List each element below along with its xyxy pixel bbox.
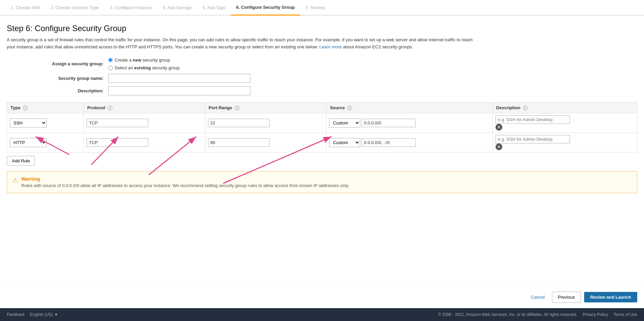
row2-remove-button[interactable]: ✕ [496, 143, 502, 150]
assign-label: Assign a security group: [41, 61, 108, 66]
col-protocol: Protocol i [84, 102, 205, 113]
row2-port-cell [205, 133, 326, 153]
row2-port-input[interactable] [208, 138, 270, 147]
warning-icon: ⚠ [13, 177, 18, 184]
row1-type-select[interactable]: SSH HTTP HTTPS Custom TCP [10, 118, 47, 128]
row2-source-input[interactable] [362, 138, 416, 147]
nav-step-3[interactable]: 3. Configure Instance [105, 0, 157, 15]
row1-type-cell: SSH HTTP HTTPS Custom TCP [7, 113, 84, 133]
row2-protocol-cell [84, 133, 205, 153]
row2-type-cell: HTTP SSH HTTPS Custom TCP [7, 133, 84, 153]
rules-section: Type i Protocol i Port Range i Source i [7, 102, 637, 193]
row1-protocol-cell [84, 113, 205, 133]
add-rule-button[interactable]: Add Rule [7, 156, 35, 166]
radio-existing-input[interactable] [108, 66, 113, 70]
col-source: Source i [326, 102, 492, 113]
sg-desc-row: Description: launch-wizard-3 created 202… [7, 86, 637, 95]
row2-source-select[interactable]: Custom Anywhere My IP [329, 138, 360, 147]
sg-desc-label: Description: [41, 88, 108, 93]
footer-left: Feedback English (US) ▼ [7, 312, 58, 317]
radio-existing-option[interactable]: Select an existing security group [108, 65, 180, 70]
review-launch-button[interactable]: Review and Launch [584, 292, 637, 302]
warning-text: Rules with source of 0.0.0.0/0 allow all… [21, 183, 349, 188]
desc-text-2: about Amazon EC2 security groups. [343, 44, 413, 49]
row2-source-cell: Custom Anywhere My IP [326, 133, 492, 153]
row1-source-select[interactable]: Custom Anywhere My IP [329, 118, 360, 128]
row1-desc-cell: ✕ [492, 113, 637, 133]
sg-name-input[interactable]: launch-wizard-3 [108, 74, 250, 83]
assign-section: Assign a security group: Create a new se… [7, 58, 637, 95]
type-info-icon: i [23, 106, 28, 110]
bottom-footer: Feedback English (US) ▼ © 2008 - 2021, A… [0, 308, 644, 321]
sg-name-row: Security group name: launch-wizard-3 [7, 74, 637, 83]
learn-more-link[interactable]: Learn more [319, 44, 342, 49]
row1-source-input[interactable] [362, 119, 416, 127]
cancel-button[interactable]: Cancel [527, 292, 549, 302]
table-row: SSH HTTP HTTPS Custom TCP [7, 113, 637, 133]
nav-step-1[interactable]: 1. Choose AMI [5, 0, 45, 15]
page-title: Step 6: Configure Security Group [7, 24, 637, 33]
nav-step-7[interactable]: 7. Review [300, 0, 330, 15]
privacy-policy-link[interactable]: Privacy Policy [583, 312, 608, 317]
row2-type-select[interactable]: HTTP SSH HTTPS Custom TCP [10, 138, 47, 147]
nav-step-2[interactable]: 2. Choose Instance Type [45, 0, 105, 15]
port-info-icon: i [235, 106, 239, 110]
terms-of-use-link[interactable]: Terms of Use [613, 312, 637, 317]
row1-source-cell: Custom Anywhere My IP [326, 113, 492, 133]
warning-box: ⚠ Warning Rules with source of 0.0.0.0/0… [7, 171, 637, 193]
row1-port-cell [205, 113, 326, 133]
desc-info-icon: i [523, 106, 528, 110]
page-description: A security group is a set of firewall ru… [7, 37, 480, 51]
assign-row: Assign a security group: Create a new se… [7, 58, 637, 70]
wizard-nav: 1. Choose AMI 2. Choose Instance Type 3.… [0, 0, 644, 16]
row2-desc-input[interactable] [496, 135, 570, 143]
chevron-down-icon: ▼ [54, 312, 58, 317]
main-content: Step 6: Configure Security Group A secur… [0, 16, 644, 286]
row2-protocol-input [87, 138, 148, 147]
protocol-info-icon: i [108, 106, 112, 110]
row2-desc-cell: ✕ [492, 133, 637, 153]
warning-content: Warning Rules with source of 0.0.0.0/0 a… [21, 176, 349, 188]
radio-create-label: Create a new security group [115, 58, 170, 63]
footer-buttons: Cancel Previous Review and Launch [0, 286, 644, 308]
row1-port-input[interactable] [208, 119, 270, 127]
col-description: Description i [492, 102, 637, 113]
sg-name-label: Security group name: [41, 76, 108, 81]
previous-button[interactable]: Previous [552, 292, 581, 303]
row1-desc-input[interactable] [496, 115, 570, 124]
copyright-text: © 2008 - 2021, Amazon Web Services, Inc.… [438, 312, 577, 317]
language-selector[interactable]: English (US) ▼ [30, 312, 58, 317]
table-row: HTTP SSH HTTPS Custom TCP [7, 133, 637, 153]
rules-table: Type i Protocol i Port Range i Source i [7, 102, 637, 153]
radio-group: Create a new security group Select an ex… [108, 58, 180, 70]
footer-right: © 2008 - 2021, Amazon Web Services, Inc.… [438, 312, 637, 317]
feedback-link[interactable]: Feedback [7, 312, 25, 317]
radio-create-option[interactable]: Create a new security group [108, 58, 180, 63]
radio-existing-label: Select an existing security group [115, 65, 180, 70]
row1-remove-button[interactable]: ✕ [496, 124, 502, 131]
table-header-row: Type i Protocol i Port Range i Source i [7, 102, 637, 113]
col-type: Type i [7, 102, 84, 113]
sg-desc-input[interactable]: launch-wizard-3 created 2021-01-17T14:58… [108, 86, 250, 95]
nav-step-5[interactable]: 5. Add Tags [197, 0, 231, 15]
col-port: Port Range i [205, 102, 326, 113]
nav-step-6[interactable]: 6. Configure Security Group [231, 0, 300, 16]
radio-create-input[interactable] [108, 58, 113, 62]
row1-protocol-input [87, 119, 148, 127]
warning-title: Warning [21, 176, 349, 182]
nav-step-4[interactable]: 4. Add Storage [157, 0, 197, 15]
source-info-icon: i [347, 106, 352, 110]
